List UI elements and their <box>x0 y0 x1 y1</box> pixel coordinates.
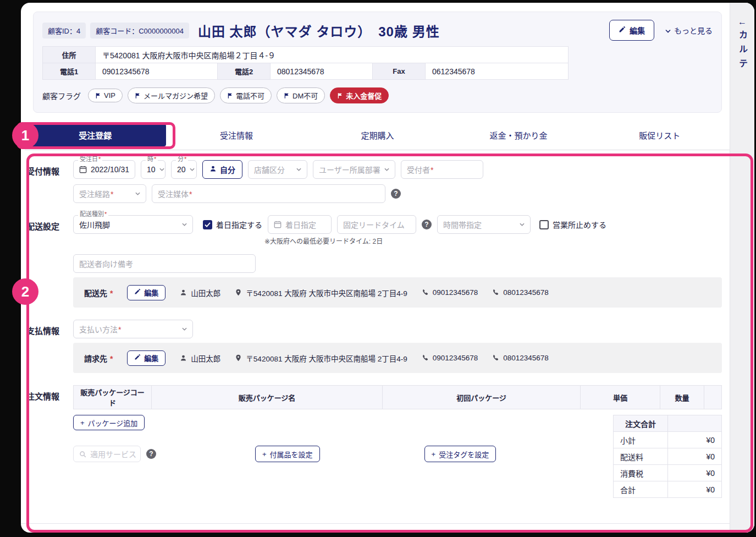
shipping-label: 配送料 <box>614 448 668 465</box>
col-quantity: 数量 <box>660 386 704 409</box>
tab-promotion-list[interactable]: 販促リスト <box>589 124 730 150</box>
billing-edit-label: 編集 <box>144 353 158 363</box>
reception-section-label: 受付情報 <box>26 160 73 203</box>
tab-subscription[interactable]: 定期購入 <box>307 124 448 150</box>
karte-side-panel[interactable]: ← カルテ <box>730 3 754 533</box>
tab-order-info[interactable]: 受注情報 <box>166 124 307 150</box>
add-package-button[interactable]: + パッケージ追加 <box>73 415 145 430</box>
billing-edit-button[interactable]: 編集 <box>127 350 165 366</box>
billing-name-text: 山田太郎 <box>191 353 220 364</box>
applied-service-placeholder: 適用サービス <box>90 448 136 459</box>
self-button[interactable]: 自分 <box>202 160 242 179</box>
flag-pill-mailmagazine[interactable]: メールマガジン希望 <box>128 87 215 103</box>
office-stop-checkbox[interactable]: 営業所止めする <box>539 219 606 230</box>
phone-icon <box>422 289 429 296</box>
totals-title: 注文合計 <box>614 415 668 432</box>
plus-icon: + <box>80 419 85 427</box>
payment-section: 支払情報 支払い方法* 請求先 * 編集 <box>26 320 722 373</box>
flag-label: メールマガジン希望 <box>144 90 208 101</box>
required-mark: * <box>98 156 101 162</box>
flag-label: 未入金督促 <box>346 90 382 101</box>
arrival-date-placeholder: 着日指定 <box>285 219 316 230</box>
reset-button[interactable]: リセット <box>311 531 373 533</box>
flag-icon <box>135 92 141 99</box>
order-totals-table: 注文合計 小計 ¥0 配送料 ¥0 <box>613 415 722 498</box>
help-icon[interactable]: ? <box>146 449 156 459</box>
col-unit-price: 単価 <box>581 386 660 409</box>
show-more-link[interactable]: もっと見る <box>665 25 713 36</box>
col-package-code: 販売パッケージコード <box>74 386 152 409</box>
flag-pill-no-dm[interactable]: DM不可 <box>277 87 325 103</box>
fixed-lead-time-input[interactable]: 固定リードタイム <box>337 215 416 234</box>
delivery-destination-row: 配送先 * 編集 山田太郎 〒5420081 大阪府 大阪市中央区南船場 2丁目… <box>73 277 722 308</box>
flag-pill-unpaid-reminder[interactable]: 未入金督促 <box>330 87 389 103</box>
hour-label: 時 <box>147 156 153 162</box>
order-media-input[interactable]: 受注媒体* <box>152 184 385 203</box>
pin-icon <box>235 354 242 362</box>
destination-edit-button[interactable]: 編集 <box>127 285 165 300</box>
billing-tel2: 08012345678 <box>492 354 549 362</box>
flag-pill-no-phone[interactable]: 電話不可 <box>220 87 272 103</box>
set-order-tag-button[interactable]: + 受注タグを設定 <box>424 446 496 462</box>
checkbox-checked-icon <box>203 220 212 229</box>
totals-row-subtotal: 小計 ¥0 <box>614 432 722 448</box>
order-date-field[interactable]: 受注日* 2022/10/31 <box>73 160 135 179</box>
customer-card: 顧客ID：4 顧客コード：C0000000004 山田 太郎（ヤマダ タロウ） … <box>33 12 722 113</box>
applied-service-search-input[interactable]: 適用サービス <box>73 446 141 462</box>
total-value: ¥0 <box>668 481 722 498</box>
confirm-button: 確認 <box>382 531 434 533</box>
phone-icon <box>492 289 499 296</box>
billing-tel1: 09012345678 <box>422 354 478 362</box>
destination-name: 山田太郎 <box>180 287 220 298</box>
chevron-down-icon <box>520 223 525 226</box>
help-icon[interactable]: ? <box>422 220 432 229</box>
arrival-date-designation-checkbox[interactable]: 着日指定する <box>203 219 262 230</box>
store-division-select[interactable]: 店舗区分 <box>248 160 307 179</box>
pencil-icon <box>619 26 626 35</box>
arrival-date-field[interactable]: 着日指定 <box>268 215 332 234</box>
delivery-section-label: 配送設定 <box>26 215 73 308</box>
calendar-icon <box>79 166 87 173</box>
required-mark: * <box>189 190 192 199</box>
delivery-type-value: 佐川飛脚 <box>79 219 110 230</box>
customer-edit-button[interactable]: 編集 <box>609 20 654 41</box>
order-channel-select[interactable]: 受注経路* <box>73 184 146 203</box>
pencil-icon <box>134 288 141 297</box>
flag-label: 電話不可 <box>236 90 264 101</box>
plus-icon: + <box>262 450 267 458</box>
destination-tel1: 09012345678 <box>422 288 478 297</box>
main-content: 顧客ID：4 顧客コード：C0000000004 山田 太郎（ヤマダ タロウ） … <box>21 3 730 533</box>
user-department-select[interactable]: ユーザー所属部署 <box>313 160 395 179</box>
destination-tel1-text: 09012345678 <box>433 288 478 297</box>
courier-note-input[interactable]: 配送者向け備考 <box>73 254 256 273</box>
receptionist-input[interactable]: 受付者* <box>401 160 483 179</box>
time-zone-select[interactable]: 時間帯指定 <box>437 215 531 234</box>
address-label: 住所 <box>43 47 96 63</box>
order-items-section-label: 注文情報 <box>26 385 73 498</box>
receptionist-placeholder: 受付者 <box>407 166 430 174</box>
delivery-section: 配送設定 配送種別* 佐川飛脚 着日指定する <box>26 215 722 308</box>
payment-method-placeholder: 支払い方法 <box>79 325 118 334</box>
tab-refund-deposit[interactable]: 返金・預かり金 <box>448 124 589 150</box>
payment-method-select[interactable]: 支払い方法* <box>73 320 193 338</box>
chevron-down-icon <box>296 168 301 171</box>
destination-name-text: 山田太郎 <box>191 287 220 298</box>
customer-header-row: 顧客ID：4 顧客コード：C0000000004 山田 太郎（ヤマダ タロウ） … <box>42 20 713 41</box>
person-icon <box>209 165 217 174</box>
destination-edit-label: 編集 <box>144 287 158 298</box>
customer-id-badge: 顧客ID：4 <box>42 23 86 39</box>
order-entry-form: 受付情報 受注日* 2022/10/31 時* 10 <box>26 160 722 533</box>
help-icon[interactable]: ? <box>391 189 401 199</box>
phone-icon <box>492 354 499 361</box>
tab-order-entry[interactable]: 受注登録 <box>25 124 166 146</box>
hour-select[interactable]: 時* 10 <box>141 160 165 179</box>
set-accessories-button[interactable]: + 付属品を設定 <box>255 446 320 462</box>
flag-pill-vip[interactable]: VIP <box>88 89 123 102</box>
tab-bar: 受注登録 受注情報 定期購入 返金・預かり金 販促リスト <box>25 124 730 150</box>
minute-select[interactable]: 分* 20 <box>171 160 197 179</box>
required-mark: * <box>431 166 433 174</box>
delivery-type-select[interactable]: 配送種別* 佐川飛脚 <box>73 215 193 234</box>
flag-icon <box>284 92 290 99</box>
form-footer: リセット 確認 <box>21 523 730 533</box>
person-icon <box>180 354 187 361</box>
